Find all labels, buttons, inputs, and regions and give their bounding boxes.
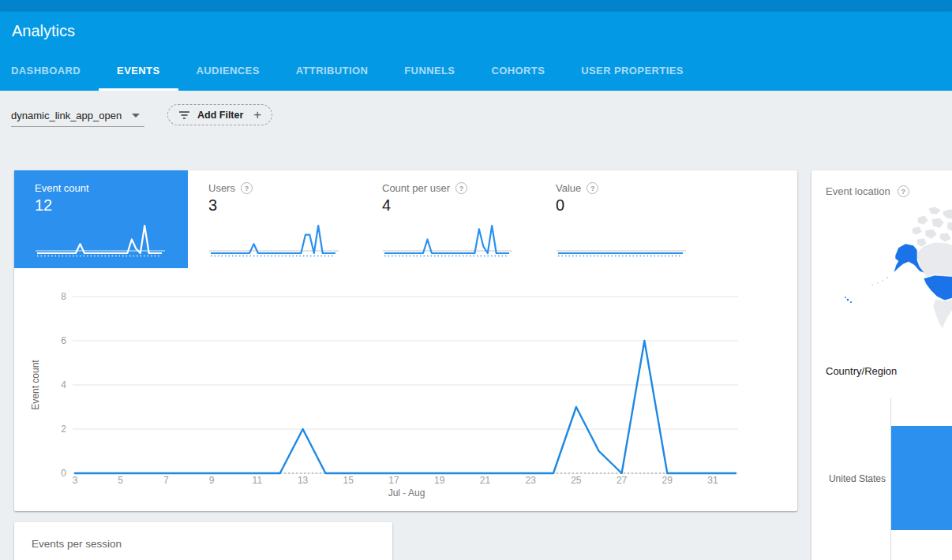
y-tick-label: 0 xyxy=(61,468,66,479)
nav-tabs: DASHBOARD EVENTS AUDIENCES ATTRIBUTION F… xyxy=(11,52,702,91)
value-sparkline xyxy=(555,221,688,262)
event-count-sparkline xyxy=(34,221,167,262)
event-overview-card: Event count 12 Users ? 3 Count per user … xyxy=(14,170,797,511)
x-tick-label: 7 xyxy=(163,475,169,486)
x-tick-label: 19 xyxy=(434,475,445,486)
arctic-islands-region xyxy=(912,207,952,247)
us-region xyxy=(924,275,952,301)
event-location-title: Event location xyxy=(826,185,890,197)
y-tick-label: 6 xyxy=(61,335,66,346)
analytics-dashboard: Analytics DASHBOARD EVENTS AUDIENCES ATT… xyxy=(0,0,952,560)
browser-top-strip xyxy=(0,0,952,10)
mexico-region xyxy=(933,299,952,329)
help-icon[interactable]: ? xyxy=(898,185,909,197)
app-header: Analytics DASHBOARD EVENTS AUDIENCES ATT… xyxy=(0,10,952,91)
metric-tab-users[interactable]: Users ? 3 xyxy=(188,170,362,268)
add-filter-button[interactable]: Add Filter + xyxy=(167,104,272,125)
tab-cohorts[interactable]: COHORTS xyxy=(473,52,563,91)
x-tick-label: 25 xyxy=(571,475,582,486)
help-icon[interactable]: ? xyxy=(455,182,467,194)
x-tick-label: 21 xyxy=(480,475,491,486)
help-icon[interactable]: ? xyxy=(241,182,253,194)
x-tick-label: 27 xyxy=(617,475,628,486)
y-axis-title: Event count xyxy=(30,360,41,410)
x-tick-label: 11 xyxy=(253,475,263,486)
tab-audiences[interactable]: AUDIENCES xyxy=(178,52,278,91)
country-row-label: United States xyxy=(811,473,886,484)
y-tick-label: 4 xyxy=(61,379,66,390)
metric-tab-event-count[interactable]: Event count 12 xyxy=(14,170,188,268)
metric-value: 0 xyxy=(556,196,564,215)
y-tick-label: 2 xyxy=(61,424,66,435)
x-axis-title: Jul - Aug xyxy=(388,487,425,498)
x-tick-label: 5 xyxy=(118,475,123,486)
tab-events[interactable]: EVENTS xyxy=(99,52,178,91)
aleutian-islands xyxy=(871,277,888,286)
x-tick-label: 3 xyxy=(73,475,78,486)
add-filter-label: Add Filter xyxy=(197,110,243,121)
help-icon[interactable]: ? xyxy=(587,182,598,194)
tab-dashboard[interactable]: DASHBOARD xyxy=(11,52,99,91)
y-tick-label: 8 xyxy=(61,291,66,302)
chevron-down-icon xyxy=(132,114,140,118)
tab-funnels[interactable]: FUNNELS xyxy=(386,52,473,91)
north-america-map xyxy=(816,207,952,361)
x-tick-label: 23 xyxy=(525,475,536,486)
metric-tabs: Event count 12 Users ? 3 Count per user … xyxy=(14,170,797,268)
event-location-card: Event location ? xyxy=(811,170,952,560)
metric-value: 4 xyxy=(382,196,391,215)
spark-data-line xyxy=(37,226,162,253)
event-count-line-chart: 0246835791113151719212325272931Jul - Aug… xyxy=(14,281,797,511)
events-per-session-title: Events per session xyxy=(32,538,122,550)
metric-label: Value xyxy=(556,182,581,194)
metric-label: Event count xyxy=(35,182,89,194)
hawaii-islands xyxy=(845,297,852,303)
metric-label: Users xyxy=(208,182,235,194)
united-states-bar[interactable] xyxy=(891,426,952,530)
tab-user-properties[interactable]: USER PROPERTIES xyxy=(563,52,702,91)
users-sparkline xyxy=(208,221,340,262)
count-per-user-sparkline xyxy=(381,221,514,262)
filter-icon xyxy=(178,110,190,120)
metric-label: Count per user xyxy=(382,182,450,194)
tab-attribution[interactable]: ATTRIBUTION xyxy=(278,52,387,91)
country-region-label: Country/Region xyxy=(826,365,897,377)
event-dropdown[interactable]: dynamic_link_app_open xyxy=(11,104,144,127)
event-dropdown-value: dynamic_link_app_open xyxy=(11,110,122,121)
spark-data-line xyxy=(211,226,335,253)
event-count-data-line xyxy=(75,341,736,473)
x-tick-label: 9 xyxy=(209,475,215,486)
page-title: Analytics xyxy=(12,22,75,40)
metric-tab-value[interactable]: Value ? 0 xyxy=(535,170,709,268)
metric-tab-count-per-user[interactable]: Count per user ? 4 xyxy=(362,170,535,268)
x-tick-label: 31 xyxy=(707,475,718,486)
plus-icon: + xyxy=(253,108,261,121)
events-per-session-card: Events per session xyxy=(14,522,392,560)
x-tick-label: 17 xyxy=(388,475,399,486)
x-tick-label: 13 xyxy=(298,475,309,486)
metric-value: 3 xyxy=(208,196,217,215)
spark-data-line xyxy=(384,226,509,253)
x-tick-label: 15 xyxy=(343,475,354,486)
metric-value: 12 xyxy=(35,196,52,215)
x-tick-label: 29 xyxy=(662,475,673,486)
